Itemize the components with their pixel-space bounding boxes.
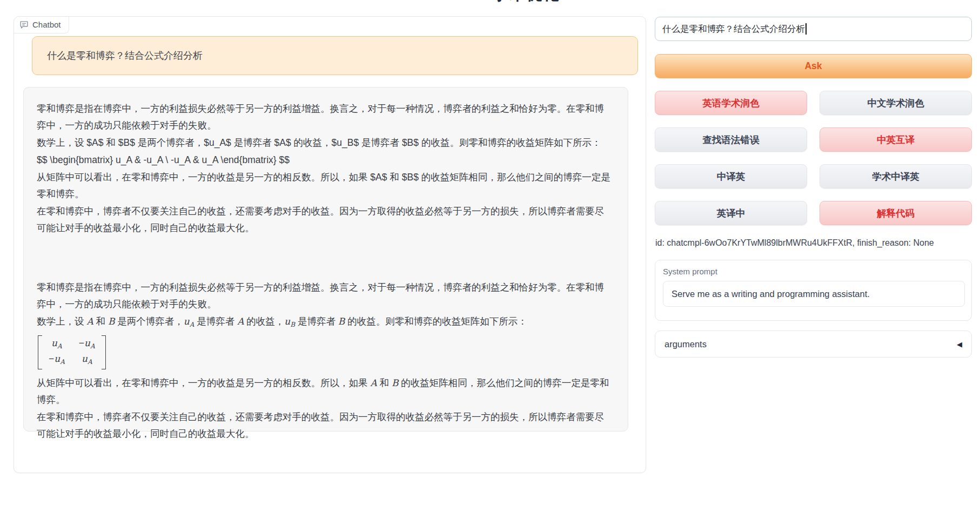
page-title: 学术优化 bbox=[493, 0, 560, 5]
ask-button[interactable]: Ask bbox=[655, 54, 972, 78]
chatbot-panel: Chatbot 什么是零和博弈？结合公式介绍分析 零和博弈是指在博弈中，一方的利… bbox=[14, 16, 646, 473]
action-button-en-to-zh[interactable]: 英译中 bbox=[655, 201, 807, 225]
action-button-academic-zh-to-en[interactable]: 学术中译英 bbox=[820, 164, 972, 188]
action-button-zh-en-mutual-translate[interactable]: 中英互译 bbox=[820, 127, 972, 152]
bot-raw-formula: $$ \begin{bmatrix} u_A & -u_A \ -u_A & u… bbox=[37, 152, 613, 168]
bot-raw-line: 从矩阵中可以看出，在零和博弈中，一方的收益是另一方的相反数。所以，如果 $A$ … bbox=[37, 169, 613, 203]
action-button-find-grammar-errors[interactable]: 查找语法错误 bbox=[655, 127, 807, 152]
completion-status-line: id: chatcmpl-6wOo7KrYTwMl89lbrMWRu4UkFFX… bbox=[655, 238, 934, 248]
matrix-cell: −uA bbox=[49, 353, 65, 368]
system-prompt-label: System prompt bbox=[663, 267, 964, 276]
system-prompt-panel: System prompt bbox=[655, 260, 972, 321]
matrix-cell: uA bbox=[49, 337, 65, 352]
action-button-zh-academic-polish[interactable]: 中文学术润色 bbox=[820, 91, 972, 115]
bot-message-bubble: 零和博弈是指在博弈中，一方的利益损失必然等于另一方的利益增益。换言之，对于每一种… bbox=[23, 87, 628, 432]
prompt-input[interactable]: 什么是零和博弈？结合公式介绍分析 bbox=[655, 17, 972, 41]
user-message-text: 什么是零和博弈？结合公式介绍分析 bbox=[47, 49, 203, 62]
accordion-collapse-icon[interactable]: ◀ bbox=[957, 340, 962, 348]
user-message-bubble: 什么是零和博弈？结合公式介绍分析 bbox=[32, 36, 638, 75]
paragraph-gap bbox=[37, 237, 613, 279]
bot-rendered-line: 数学上，设 A 和 B 是两个博弈者，uA 是博弈者 A 的收益，uB 是博弈者… bbox=[37, 313, 613, 333]
prompt-input-value: 什么是零和博弈？结合公式介绍分析 bbox=[662, 23, 805, 35]
app-root: 学术优化 Chatbot 什么是零和博弈？结合公式介绍分析 零和博弈是指在博弈中… bbox=[0, 0, 980, 519]
payoff-matrix: uA −uA −uA uA bbox=[38, 335, 106, 369]
action-button-explain-code[interactable]: 解释代码 bbox=[820, 201, 972, 225]
bot-raw-line: 零和博弈是指在博弈中，一方的利益损失必然等于另一方的利益增益。换言之，对于每一种… bbox=[37, 100, 613, 134]
chatbot-label-text: Chatbot bbox=[32, 20, 61, 29]
arguments-accordion[interactable]: arguments ◀ bbox=[655, 331, 972, 358]
matrix-left-bracket bbox=[38, 335, 42, 369]
chatbot-label: Chatbot bbox=[14, 17, 69, 33]
matrix-right-bracket bbox=[102, 335, 106, 369]
arguments-accordion-label: arguments bbox=[664, 339, 707, 349]
system-prompt-input[interactable] bbox=[663, 281, 965, 307]
bot-rendered-line: 从矩阵中可以看出，在零和博弈中，一方的收益是另一方的相反数。所以，如果 A 和 … bbox=[37, 375, 613, 408]
action-button-en-academic-polish[interactable]: 英语学术润色 bbox=[655, 91, 807, 115]
chat-bubble-icon bbox=[19, 20, 29, 29]
bot-raw-line: 数学上，设 $A$ 和 $B$ 是两个博弈者，$u_A$ 是博弈者 $A$ 的收… bbox=[37, 134, 613, 151]
bot-raw-line: 在零和博弈中，博弈者不仅要关注自己的收益，还需要考虑对手的收益。因为一方取得的收… bbox=[37, 203, 613, 237]
action-button-zh-to-en[interactable]: 中译英 bbox=[655, 164, 807, 188]
bot-rendered-line: 在零和博弈中，博弈者不仅要关注自己的收益，还需要考虑对手的收益。因为一方取得的收… bbox=[37, 409, 613, 442]
matrix-cell: uA bbox=[79, 353, 95, 368]
matrix-cell: −uA bbox=[79, 337, 95, 352]
bot-rendered-line: 零和博弈是指在博弈中，一方的利益损失必然等于另一方的利益增益。换言之，对于每一种… bbox=[37, 279, 613, 313]
text-cursor bbox=[806, 23, 807, 35]
